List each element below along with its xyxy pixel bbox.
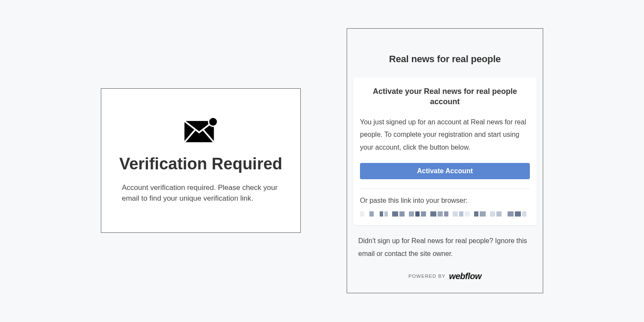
footer-note: Didn't sign up for Real news for real pe… [358, 235, 532, 260]
card-title: Activate your Real news for real people … [360, 86, 530, 107]
card-body: You just signed up for an account at Rea… [360, 116, 530, 154]
verification-link-blurred [360, 211, 530, 217]
verification-title: Verification Required [119, 155, 282, 174]
paste-link-label: Or paste this link into your browser: [360, 197, 530, 205]
divider [360, 189, 530, 189]
svg-point-1 [209, 117, 218, 126]
brand-title: Real news for real people [352, 54, 538, 65]
verification-required-panel: Verification Required Account verificati… [101, 88, 301, 233]
activation-email-panel: Real news for real people Activate your … [347, 28, 543, 293]
webflow-logo: webflow [449, 271, 481, 281]
email-card: Activate your Real news for real people … [353, 78, 537, 225]
powered-by-label: POWERED BY [408, 274, 446, 279]
activate-account-button[interactable]: Activate Account [360, 163, 530, 179]
mail-notification-icon [184, 117, 218, 143]
powered-by: POWERED BY webflow [352, 271, 538, 281]
verification-body: Account verification required. Please ch… [118, 182, 283, 204]
